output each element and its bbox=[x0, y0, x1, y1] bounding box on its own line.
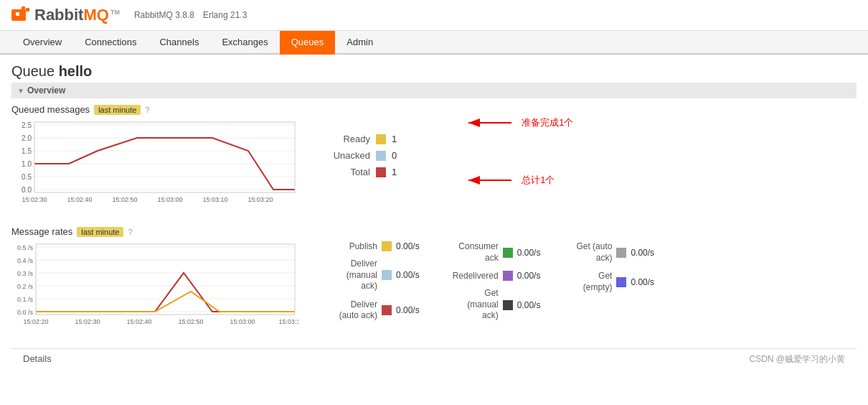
rabbitmq-logo-icon bbox=[11, 6, 32, 24]
svg-text:15:03:00: 15:03:00 bbox=[157, 196, 182, 203]
rate-deliver-auto: Deliver(auto ack) 0.00/s bbox=[320, 299, 420, 322]
rate-color-redelivered bbox=[503, 271, 513, 281]
queued-messages-title-row: Queued messages last minute ? bbox=[11, 104, 857, 115]
rate-color-deliver-auto bbox=[382, 305, 392, 315]
nav-queues[interactable]: Queues bbox=[280, 31, 336, 55]
rate-label-deliver-auto: Deliver(auto ack) bbox=[320, 299, 377, 322]
rate-color-deliver-manual bbox=[382, 270, 392, 280]
queued-messages-stats-row: 2.5 2.0 1.5 1.0 0.5 0.0 bbox=[11, 119, 857, 215]
queued-messages-section: Queued messages last minute ? 2.5 2.0 1.… bbox=[11, 104, 857, 215]
rate-value-publish: 0.00/s bbox=[396, 241, 420, 251]
svg-text:15:03:00: 15:03:00 bbox=[230, 318, 255, 325]
top-header: RabbitMQTM RabbitMQ 3.8.8 Erlang 21.3 bbox=[0, 0, 868, 31]
message-rates-title-row: Message rates last minute ? bbox=[11, 226, 857, 237]
details-label[interactable]: Details bbox=[23, 353, 52, 366]
message-rates-svg: 0.5 /s 0.4 /s 0.3 /s 0.2 /s 0.1 /s 0.0 /… bbox=[11, 241, 298, 335]
svg-rect-23 bbox=[34, 122, 295, 192]
svg-text:15:02:20: 15:02:20 bbox=[23, 318, 48, 325]
stat-color-unacked bbox=[376, 151, 386, 161]
rate-value-consumer-ack: 0.00/s bbox=[517, 248, 541, 258]
annotation-ready-text: 准备完成1个 bbox=[522, 116, 573, 129]
svg-text:15:02:30: 15:02:30 bbox=[75, 318, 100, 325]
rate-value-deliver-auto: 0.00/s bbox=[396, 305, 420, 315]
message-rates-row: 0.5 /s 0.4 /s 0.3 /s 0.2 /s 0.1 /s 0.0 /… bbox=[11, 241, 857, 337]
rate-value-get-auto: 0.00/s bbox=[631, 248, 654, 258]
watermark: CSDN @贼爱学习的小黄 bbox=[749, 353, 845, 366]
arrow-ready-svg bbox=[461, 112, 519, 134]
message-rates-section: Message rates last minute ? 0.5 /s 0.4 /… bbox=[11, 226, 857, 337]
svg-text:1.0: 1.0 bbox=[22, 160, 32, 168]
overview-section-header[interactable]: ▼ Overview bbox=[11, 83, 857, 98]
logo-rabbit: Rabbit bbox=[34, 6, 83, 24]
svg-text:0.3 /s: 0.3 /s bbox=[17, 270, 34, 277]
rate-deliver-manual: Deliver(manualack) 0.00/s bbox=[320, 259, 420, 292]
svg-rect-3 bbox=[26, 8, 29, 11]
stat-label-total: Total bbox=[320, 167, 370, 177]
stat-value-unacked: 0 bbox=[392, 150, 397, 161]
rate-value-redelivered: 0.00/s bbox=[517, 271, 541, 281]
svg-text:1.5: 1.5 bbox=[22, 147, 32, 155]
rate-color-get-auto bbox=[616, 248, 626, 258]
stat-color-ready bbox=[376, 134, 386, 144]
annotation-total-text: 总计1个 bbox=[522, 174, 555, 187]
rate-get-auto: Get (autoack) 0.00/s bbox=[562, 241, 654, 264]
queued-messages-help[interactable]: ? bbox=[145, 106, 149, 114]
svg-text:0.0: 0.0 bbox=[22, 186, 32, 194]
rate-value-get-empty: 0.00/s bbox=[631, 277, 654, 287]
svg-text:15:03:20: 15:03:20 bbox=[247, 196, 273, 203]
rate-col-1: Publish 0.00/s Deliver(manualack) 0.00/s… bbox=[320, 241, 420, 322]
rate-label-get-manual: Get(manualack) bbox=[441, 288, 499, 322]
overview-arrow-icon: ▼ bbox=[17, 87, 24, 95]
queued-messages-badge[interactable]: last minute bbox=[94, 105, 141, 115]
rate-get-manual: Get(manualack) 0.00/s bbox=[441, 288, 541, 322]
stat-label-ready: Ready bbox=[320, 134, 370, 144]
title-prefix: Queue bbox=[11, 63, 55, 79]
stat-color-total bbox=[376, 167, 386, 177]
svg-text:2.0: 2.0 bbox=[22, 134, 32, 142]
svg-text:15:02:40: 15:02:40 bbox=[126, 318, 151, 325]
rate-color-get-manual bbox=[503, 300, 513, 310]
nav-overview[interactable]: Overview bbox=[11, 31, 73, 55]
stat-row-ready: Ready 1 bbox=[320, 134, 397, 144]
stat-row-unacked: Unacked 0 bbox=[320, 150, 397, 161]
rate-label-get-auto: Get (autoack) bbox=[562, 241, 612, 264]
nav-admin[interactable]: Admin bbox=[335, 31, 385, 55]
rate-col-3: Get (autoack) 0.00/s Get(empty) 0.00/s bbox=[562, 241, 654, 293]
message-rates-title: Message rates bbox=[11, 226, 72, 237]
message-rates-chart: 0.5 /s 0.4 /s 0.3 /s 0.2 /s 0.1 /s 0.0 /… bbox=[11, 241, 298, 337]
rate-redelivered: Redelivered 0.00/s bbox=[441, 271, 541, 281]
rate-col-2: Consumerack 0.00/s Redelivered 0.00/s Ge… bbox=[441, 241, 541, 322]
svg-text:15:02:40: 15:02:40 bbox=[67, 196, 92, 203]
queued-messages-chart: 2.5 2.0 1.5 1.0 0.5 0.0 bbox=[11, 119, 298, 215]
page-title: Queue hello bbox=[11, 63, 857, 80]
stat-row-total: Total 1 bbox=[320, 167, 397, 177]
nav-exchanges[interactable]: Exchanges bbox=[210, 31, 279, 55]
message-rates-badge[interactable]: last minute bbox=[77, 227, 123, 237]
rate-label-consumer-ack: Consumerack bbox=[441, 241, 499, 264]
annotation-ready: 准备完成1个 bbox=[461, 112, 573, 134]
annotation-total: 总计1个 bbox=[461, 169, 555, 191]
details-bar: Details CSDN @贼爱学习的小黄 bbox=[11, 348, 857, 370]
erlang-version: Erlang 21.3 bbox=[203, 10, 247, 20]
svg-rect-1 bbox=[16, 12, 19, 16]
version-info: RabbitMQ 3.8.8 Erlang 21.3 bbox=[134, 10, 247, 20]
queued-messages-title: Queued messages bbox=[11, 104, 90, 115]
rate-publish: Publish 0.00/s bbox=[320, 241, 420, 251]
svg-text:15:03:10: 15:03:10 bbox=[278, 318, 298, 325]
rate-label-redelivered: Redelivered bbox=[441, 271, 499, 281]
svg-text:0.5: 0.5 bbox=[22, 173, 32, 181]
nav-channels[interactable]: Channels bbox=[148, 31, 210, 55]
svg-rect-40 bbox=[36, 244, 295, 315]
queued-messages-stats-table: Ready 1 Unacked 0 Total 1 bbox=[320, 134, 397, 183]
nav-connections[interactable]: Connections bbox=[73, 31, 148, 55]
rate-label-publish: Publish bbox=[320, 241, 377, 251]
rate-get-empty: Get(empty) 0.00/s bbox=[562, 271, 654, 293]
rate-color-get-empty bbox=[616, 277, 626, 287]
logo-tm: TM bbox=[110, 9, 120, 16]
message-rates-help[interactable]: ? bbox=[128, 228, 132, 236]
svg-text:0.5 /s: 0.5 /s bbox=[17, 244, 34, 251]
svg-text:15:02:50: 15:02:50 bbox=[112, 196, 137, 203]
rabbitmq-version: RabbitMQ 3.8.8 bbox=[134, 10, 194, 20]
rate-label-deliver-manual: Deliver(manualack) bbox=[320, 259, 377, 292]
rate-consumer-ack: Consumerack 0.00/s bbox=[441, 241, 541, 264]
